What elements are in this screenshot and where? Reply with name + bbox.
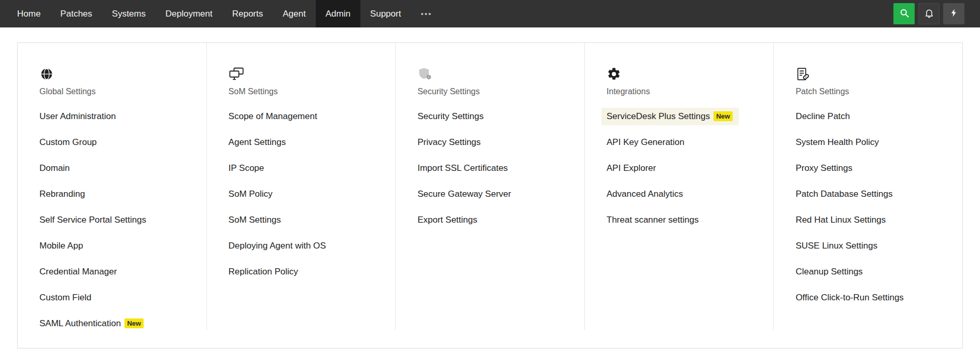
nav-item-deployment[interactable]: Deployment [156, 0, 222, 27]
search-button[interactable] [893, 3, 915, 24]
menu-item-label: Proxy Settings [795, 163, 852, 173]
new-badge: New [124, 318, 144, 328]
menu-item-deploying-agent-with-os[interactable]: Deploying Agent with OS [229, 241, 386, 251]
menu-item-label: IP Scope [229, 163, 264, 173]
lightning-icon [949, 8, 959, 20]
menu-item-decline-patch[interactable]: Decline Patch [795, 111, 953, 122]
menu-item-import-ssl-certificates[interactable]: Import SSL Certificates [417, 163, 575, 173]
menu-item-threat-scanner-settings[interactable]: Threat scanner settings [607, 215, 764, 225]
menu-item-som-policy[interactable]: SoM Policy [229, 189, 386, 199]
menu-item-label: Import SSL Certificates [417, 163, 508, 173]
menu-item-saml-authentication[interactable]: SAML AuthenticationNew [39, 318, 197, 329]
menu-item-custom-group[interactable]: Custom Group [39, 137, 197, 148]
menu-item-export-settings[interactable]: Export Settings [417, 215, 575, 225]
section-som-settings: SoM Settings Scope of Management Agent S… [207, 43, 396, 330]
nav-item-reports[interactable]: Reports [222, 0, 273, 27]
nav-item-more[interactable]: ••• [411, 0, 442, 27]
menu-item-privacy-settings[interactable]: Privacy Settings [417, 137, 575, 148]
section-patch-settings: Patch Settings Decline Patch System Heal… [774, 43, 962, 330]
nav-item-patches[interactable]: Patches [50, 0, 102, 27]
menu-item-agent-settings[interactable]: Agent Settings [229, 137, 386, 148]
section-items: Security Settings Privacy Settings Impor… [417, 111, 575, 225]
menu-item-suse-linux-settings[interactable]: SUSE Linux Settings [795, 241, 953, 251]
patch-icon [795, 67, 953, 82]
menu-item-label: Office Click-to-Run Settings [795, 293, 903, 302]
section-title: Integrations [607, 86, 764, 97]
menu-item-servicedesk-plus-settings[interactable]: ServiceDesk Plus SettingsNew [607, 111, 764, 122]
nav-right-buttons [893, 0, 980, 27]
menu-item-advanced-analytics[interactable]: Advanced Analytics [607, 189, 764, 199]
menu-item-ip-scope[interactable]: IP Scope [229, 163, 386, 173]
menu-item-domain[interactable]: Domain [39, 163, 197, 173]
section-title: Patch Settings [795, 86, 953, 97]
menu-item-rebranding[interactable]: Rebranding [39, 189, 197, 199]
quick-actions-button[interactable] [943, 3, 964, 24]
menu-item-credential-manager[interactable]: Credential Manager [39, 267, 197, 277]
menu-item-label: Credential Manager [39, 267, 117, 277]
section-global-settings: Global Settings User Administration Cust… [18, 43, 207, 330]
top-navigation: Home Patches Systems Deployment Reports … [0, 0, 980, 27]
menu-item-red-hat-linux-settings[interactable]: Red Hat Linux Settings [795, 215, 953, 225]
menu-item-secure-gateway-server[interactable]: Secure Gateway Server [417, 189, 575, 199]
menu-item-som-settings[interactable]: SoM Settings [229, 215, 386, 225]
notifications-button[interactable] [918, 3, 940, 24]
section-items: Decline Patch System Health Policy Proxy… [795, 111, 953, 303]
menu-item-office-click-to-run-settings[interactable]: Office Click-to-Run Settings [795, 293, 953, 303]
menu-item-cleanup-settings[interactable]: Cleanup Settings [795, 267, 953, 277]
menu-item-label: System Health Policy [795, 137, 879, 147]
menu-item-label: Self Service Portal Settings [39, 215, 146, 225]
menu-item-label: User Administration [39, 111, 116, 121]
menu-item-patch-database-settings[interactable]: Patch Database Settings [795, 189, 953, 199]
menu-item-label: Threat scanner settings [607, 215, 699, 225]
nav-item-support[interactable]: Support [360, 0, 411, 27]
nav-item-admin[interactable]: Admin [316, 0, 360, 27]
menu-item-label: Privacy Settings [417, 137, 481, 147]
menu-item-label: Domain [39, 163, 70, 173]
menu-item-label: Advanced Analytics [607, 189, 683, 199]
menu-item-scope-of-management[interactable]: Scope of Management [229, 111, 386, 122]
section-integrations: Integrations ServiceDesk Plus SettingsNe… [585, 43, 774, 330]
menu-item-mobile-app[interactable]: Mobile App [39, 241, 197, 251]
shield-gear-icon [417, 67, 575, 82]
nav-item-systems[interactable]: Systems [102, 0, 156, 27]
new-badge: New [713, 111, 733, 121]
menu-item-label: Red Hat Linux Settings [795, 215, 886, 225]
gear-icon [607, 67, 764, 82]
menu-item-custom-field[interactable]: Custom Field [39, 293, 197, 303]
menu-item-label: Patch Database Settings [795, 189, 892, 199]
menu-item-label: Security Settings [417, 111, 484, 121]
section-title: Security Settings [417, 86, 575, 97]
menu-item-proxy-settings[interactable]: Proxy Settings [795, 163, 953, 173]
nav-item-agent[interactable]: Agent [273, 0, 315, 27]
menu-item-user-administration[interactable]: User Administration [39, 111, 197, 122]
menu-item-label: Secure Gateway Server [417, 189, 511, 199]
computers-icon [229, 67, 386, 82]
menu-item-label: Agent Settings [229, 137, 286, 147]
nav-item-home[interactable]: Home [7, 0, 50, 27]
menu-item-system-health-policy[interactable]: System Health Policy [795, 137, 953, 148]
globe-icon [39, 67, 197, 82]
menu-item-label: Rebranding [39, 189, 85, 199]
menu-item-replication-policy[interactable]: Replication Policy [229, 267, 386, 277]
admin-settings-panel: Global Settings User Administration Cust… [17, 42, 963, 348]
search-icon [899, 8, 909, 20]
menu-item-api-key-generation[interactable]: API Key Generation [607, 137, 764, 148]
menu-item-label: SoM Settings [229, 215, 281, 225]
menu-item-label: Cleanup Settings [795, 267, 862, 277]
menu-item-label: Export Settings [417, 215, 477, 225]
section-items: Scope of Management Agent Settings IP Sc… [229, 111, 386, 277]
section-security-settings: Security Settings Security Settings Priv… [396, 43, 585, 330]
menu-item-label: Custom Field [39, 293, 91, 302]
section-title: SoM Settings [229, 86, 386, 97]
menu-item-label: API Explorer [607, 163, 656, 173]
menu-item-security-settings[interactable]: Security Settings [417, 111, 575, 122]
highlighted-item-background: ServiceDesk Plus SettingsNew [601, 108, 739, 125]
menu-item-label: Decline Patch [795, 111, 850, 121]
bell-icon [924, 8, 934, 20]
section-items: ServiceDesk Plus SettingsNew API Key Gen… [607, 111, 764, 225]
menu-item-self-service-portal-settings[interactable]: Self Service Portal Settings [39, 215, 197, 225]
menu-item-label: Mobile App [39, 241, 83, 251]
menu-item-api-explorer[interactable]: API Explorer [607, 163, 764, 173]
section-items: User Administration Custom Group Domain … [39, 111, 197, 329]
menu-item-label: SAML Authentication [39, 318, 121, 328]
